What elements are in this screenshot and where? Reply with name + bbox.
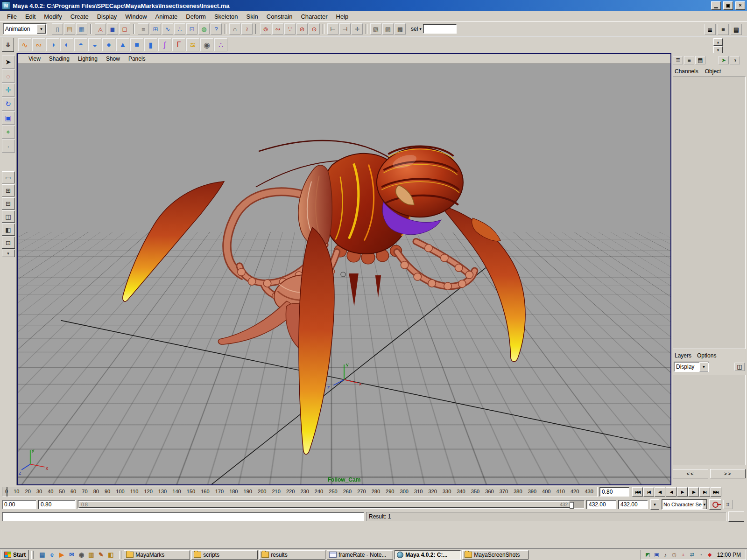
range-slider-track[interactable]: 0.8 432: [78, 500, 585, 509]
make-live-icon[interactable]: ◍: [198, 23, 210, 35]
taskbar-clock[interactable]: 12:00 PM: [715, 552, 743, 558]
menu-item[interactable]: Help: [332, 12, 353, 21]
auto-key-button[interactable]: ⌗: [723, 500, 733, 509]
health-tray-icon[interactable]: +: [679, 551, 687, 559]
panel-menu-item[interactable]: Lighting: [74, 55, 102, 63]
ik-handle-icon[interactable]: Γ: [172, 38, 185, 51]
move-tool[interactable]: ✛: [2, 84, 15, 97]
selection-mask-menu-icon[interactable]: ≡: [138, 23, 149, 35]
panel-menu-item[interactable]: View: [24, 55, 45, 63]
tab-object[interactable]: Object: [705, 68, 721, 75]
quicktime-tray-icon[interactable]: ◔: [697, 551, 705, 559]
lasso-tool[interactable]: ◌: [2, 70, 15, 83]
chevron-down-icon[interactable]: ▼: [650, 499, 659, 510]
script-editor-button[interactable]: [728, 511, 744, 522]
snapshot-icon[interactable]: ◉: [77, 551, 85, 559]
menu-item[interactable]: Skin: [242, 12, 262, 21]
layout-four-pane[interactable]: ⊞: [2, 184, 15, 196]
show-desktop-icon[interactable]: ▤: [38, 551, 46, 559]
play-forward-button[interactable]: ▶: [677, 487, 688, 497]
task-maya[interactable]: Maya 4.0.2: C:...: [395, 550, 461, 560]
folder-shortcut-icon[interactable]: ▥: [87, 551, 95, 559]
current-time-marker[interactable]: [7, 487, 7, 497]
center-pivot-icon[interactable]: ⊙: [309, 23, 320, 35]
channel-box-toggle-icon[interactable]: ≣: [673, 56, 683, 64]
step-back-key-button[interactable]: |◀: [643, 487, 654, 497]
extrude-icon[interactable]: ◓: [74, 38, 87, 51]
media-player-icon[interactable]: ▶: [57, 551, 66, 559]
loft-icon[interactable]: ◐: [60, 38, 73, 51]
curve-snap-icon[interactable]: ∾: [272, 23, 283, 35]
quick-select-input[interactable]: [423, 24, 457, 34]
paint-weights-icon[interactable]: ≋: [186, 38, 199, 51]
menu-item[interactable]: Edit: [21, 12, 40, 21]
output-connection-icon[interactable]: ⊣: [339, 23, 351, 35]
pager-right-button[interactable]: >>: [710, 469, 746, 478]
menu-item[interactable]: Create: [66, 12, 93, 21]
split-panel-toggle-icon[interactable]: ▤: [695, 56, 705, 64]
ati-tray-icon[interactable]: ◆: [706, 551, 714, 559]
start-button[interactable]: Start: [1, 550, 29, 560]
save-scene-icon[interactable]: ▦: [76, 23, 87, 35]
planar-icon[interactable]: ◒: [88, 38, 101, 51]
new-layer-icon[interactable]: ◫: [734, 363, 745, 371]
step-forward-key-button[interactable]: ▶|: [699, 487, 710, 497]
layer-editor-toggle-icon[interactable]: ≡: [684, 56, 694, 64]
manipulator-state-icon[interactable]: ✛: [352, 23, 363, 35]
snap-to-view-planes-icon[interactable]: ⊡: [186, 23, 197, 35]
go-to-end-button[interactable]: ▶▶|: [711, 487, 721, 497]
select-tool[interactable]: ➤: [2, 56, 15, 69]
character-set-dropdown[interactable]: No Character Se ▼: [662, 499, 707, 510]
range-slider-bar[interactable]: 0.8 432: [79, 501, 570, 508]
panel-menu-item[interactable]: Show: [102, 55, 124, 63]
snap-to-curves-icon[interactable]: ∿: [162, 23, 173, 35]
step-forward-frame-button[interactable]: |▶: [688, 487, 699, 497]
shelf-scroll-up-icon[interactable]: ▲: [713, 38, 723, 46]
ep-curve-icon[interactable]: ∿: [18, 38, 31, 51]
restore-button[interactable]: ▣: [723, 1, 733, 10]
layout-two-side[interactable]: ◫: [2, 210, 15, 223]
nurbs-cylinder-icon[interactable]: ▮: [144, 38, 157, 51]
network-tray-icon[interactable]: ⇄: [688, 551, 696, 559]
chevron-down-icon[interactable]: ▼: [37, 24, 46, 34]
set-key-button[interactable]: [709, 499, 721, 510]
scheduler-tray-icon[interactable]: ◷: [670, 551, 678, 559]
menu-item[interactable]: Constrain: [262, 12, 297, 21]
last-tool[interactable]: ∙: [2, 140, 15, 153]
playback-start-field[interactable]: [38, 500, 76, 509]
select-by-object-icon[interactable]: ◼: [107, 23, 118, 35]
play-backward-button[interactable]: ◀: [666, 487, 677, 497]
menu-item[interactable]: Animate: [151, 12, 182, 21]
show-tool-settings-icon[interactable]: ≡: [718, 24, 729, 35]
panel-menu-item[interactable]: Shading: [45, 55, 74, 63]
viewport-canvas[interactable]: y x z y x z Follow_Cam: [18, 64, 670, 484]
quick-help-icon[interactable]: ?: [211, 23, 222, 35]
chevron-down-icon[interactable]: ▼: [702, 500, 707, 509]
menu-item[interactable]: File: [3, 12, 21, 21]
manipulator-indicator-icon[interactable]: ➤: [719, 56, 729, 64]
playback-end-field[interactable]: [586, 500, 616, 509]
show-attribute-editor-icon[interactable]: ≣: [705, 24, 716, 35]
task-mayamarks[interactable]: MayaMarks: [124, 550, 190, 560]
shelf-scroll-down-icon[interactable]: ▼: [713, 46, 723, 54]
menu-item[interactable]: Window: [121, 12, 151, 21]
task-framerate-notepad[interactable]: frameRate - Note...: [327, 550, 393, 560]
menu-set-dropdown[interactable]: Animation ▼: [3, 23, 47, 35]
menu-item[interactable]: Modify: [40, 12, 66, 21]
show-channel-box-icon[interactable]: ▤: [731, 24, 742, 35]
pick-mask-icon[interactable]: ⊘: [296, 23, 308, 35]
range-end-handle[interactable]: [570, 502, 574, 509]
snap-to-points-icon[interactable]: ∴: [174, 23, 185, 35]
shelf-tab-menu-icon[interactable]: ⇊: [2, 38, 14, 52]
new-scene-icon[interactable]: ▯: [52, 23, 63, 35]
task-scripts[interactable]: scripts: [191, 550, 258, 560]
lock-selection-icon[interactable]: ∩: [229, 23, 240, 35]
render-globals-icon[interactable]: ▧: [370, 23, 381, 35]
display-tray-icon[interactable]: ▣: [653, 551, 661, 559]
particles-icon[interactable]: ∴: [214, 38, 227, 51]
camera-icon[interactable]: ◉: [200, 38, 213, 51]
menu-item[interactable]: Display: [93, 12, 121, 21]
revolve-icon[interactable]: ◑: [46, 38, 59, 51]
joint-tool-icon[interactable]: ∫: [158, 38, 171, 51]
layout-graph-persp[interactable]: ⊡: [2, 237, 15, 249]
